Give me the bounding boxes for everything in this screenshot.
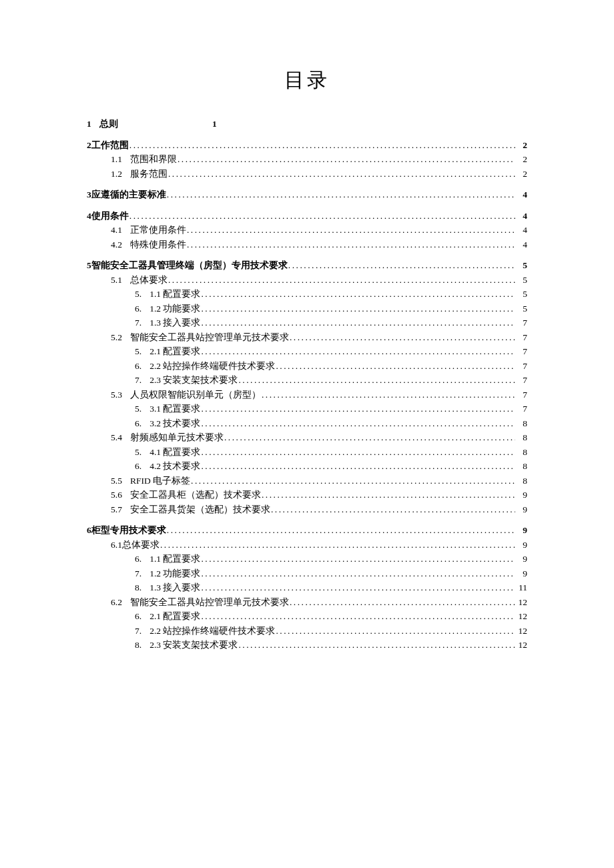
toc-text: 总则 <box>99 119 118 129</box>
toc-text: 安全工器具柜（选配）技术要求 <box>130 490 261 500</box>
toc-page: 7 <box>515 404 527 414</box>
toc-page: 7 <box>515 333 527 342</box>
toc-text: RFID 电子标签 <box>130 476 190 486</box>
toc-entry: 6.4.2 技术要求 8 <box>87 462 527 471</box>
toc-text: 正常使用条件 <box>130 226 186 235</box>
toc-number: 7. <box>135 626 141 636</box>
toc-number: 8. <box>135 583 141 592</box>
toc-number: 5 <box>87 261 91 270</box>
toc-number: 5.6 <box>111 490 122 500</box>
toc-text: 人员权限智能识别单元（房型） <box>130 390 261 400</box>
toc-number: 2 <box>87 141 91 150</box>
toc-leader <box>238 376 515 385</box>
toc-text: 1.2 功能要求 <box>149 304 200 314</box>
toc-leader <box>289 333 515 342</box>
toc-leader <box>200 612 515 621</box>
toc-number: 8. <box>135 640 141 650</box>
toc-entry: 4.2特殊使用条件4 <box>87 240 527 250</box>
toc-entry: 2工作范围2 <box>87 141 527 150</box>
toc-number: 5. <box>135 347 141 356</box>
toc-page: 9 <box>515 569 527 578</box>
toc-entry: 5.3.1 配置要求 7 <box>87 404 527 414</box>
toc-page: 2 <box>515 169 527 179</box>
toc-text: 4.2 技术要求 <box>149 462 200 471</box>
toc-leader <box>177 155 515 164</box>
toc-number: 5. <box>135 404 141 414</box>
toc-page: 7 <box>515 318 527 328</box>
toc-entry: 4使用条件4 <box>87 211 527 221</box>
toc-entry: 6柜型专用技术要求9 <box>87 526 527 535</box>
toc-leader <box>190 476 515 486</box>
toc-text: 总体要求 <box>122 540 160 550</box>
toc-leader <box>200 554 515 564</box>
toc-text: 射频感知单元技术要求 <box>130 433 224 442</box>
toc-entry: 1.1范围和界限2 <box>87 155 527 164</box>
toc-text: 使用条件 <box>91 211 129 221</box>
toc-leader <box>129 141 515 150</box>
toc-number: 6. <box>135 462 141 471</box>
toc-leader <box>168 276 515 285</box>
toc-text: 智能安全工器具管理终端（房型）专用技术要求 <box>91 261 288 270</box>
table-of-contents: 1总则12工作范围21.1范围和界限21.2服务范围23应遵循的主要标准44使用… <box>87 119 527 650</box>
toc-number: 6. <box>135 362 141 371</box>
toc-leader <box>200 419 515 428</box>
toc-entry: 5.6安全工器具柜（选配）技术要求9 <box>87 490 527 500</box>
toc-text: 智能安全工器具站控管理单元技术要求 <box>130 333 289 342</box>
toc-text: 2.3 安装支架技术要求 <box>149 376 238 385</box>
toc-entry: 5.2智能安全工器具站控管理单元技术要求7 <box>87 333 527 342</box>
toc-page: 9 <box>515 505 527 514</box>
toc-entry: 1.2服务范围2 <box>87 169 527 179</box>
toc-leader <box>160 540 515 550</box>
toc-number: 5.7 <box>111 505 122 514</box>
toc-page: 7 <box>515 347 527 356</box>
toc-entry: 6.2智能安全工器具站控管理单元技术要求12 <box>87 598 527 607</box>
toc-text: 2.1 配置要求 <box>149 612 200 621</box>
toc-leader <box>200 569 515 578</box>
toc-entry: 7.2.2 站控操作终端硬件技术要求 12 <box>87 626 527 636</box>
toc-number: 5. <box>135 290 141 299</box>
toc-number: 6.1 <box>111 540 122 550</box>
toc-entry: 5.4射频感知单元技术要求8 <box>87 433 527 442</box>
toc-text: 工作范围 <box>91 141 129 150</box>
toc-leader <box>200 290 515 299</box>
toc-number: 5.2 <box>111 333 122 342</box>
toc-text: 智能安全工器具站控管理单元技术要求 <box>130 598 289 607</box>
toc-leader <box>200 318 515 328</box>
toc-entry: 8.2.3 安装支架技术要求 12 <box>87 640 527 650</box>
toc-entry: 4.1正常使用条件4 <box>87 226 527 235</box>
toc-entry: 1总则1 <box>87 119 527 129</box>
toc-page: 8 <box>515 419 527 428</box>
toc-entry: 7.1.2 功能要求 9 <box>87 569 527 578</box>
toc-text: 4.1 配置要求 <box>149 448 200 457</box>
toc-leader <box>200 462 515 471</box>
toc-leader <box>129 211 515 221</box>
toc-entry: 5.5RFID 电子标签 8 <box>87 476 527 486</box>
toc-page: 7 <box>515 390 527 400</box>
toc-leader <box>238 640 515 650</box>
toc-text: 1.2 功能要求 <box>149 569 200 578</box>
toc-page: 9 <box>515 526 527 535</box>
toc-number: 4 <box>87 211 91 221</box>
toc-number: 4.2 <box>111 240 122 250</box>
toc-number: 5.4 <box>111 433 122 442</box>
toc-entry: 7.1.3 接入要求 7 <box>87 318 527 328</box>
toc-page: 4 <box>515 226 527 235</box>
toc-page: 8 <box>515 433 527 442</box>
toc-leader <box>224 433 515 442</box>
toc-leader <box>275 626 515 636</box>
toc-leader <box>275 362 515 371</box>
toc-entry: 6.1.1 配置要求 9 <box>87 554 527 564</box>
toc-entry: 8.1.3 接入要求 11 <box>87 583 527 592</box>
toc-page: 9 <box>515 540 527 550</box>
toc-leader <box>200 304 515 314</box>
toc-page: 7 <box>515 362 527 371</box>
toc-number: 6. <box>135 612 141 621</box>
toc-leader <box>200 347 515 356</box>
toc-page: 2 <box>515 141 527 150</box>
toc-page: 4 <box>515 240 527 250</box>
toc-number: 7. <box>135 376 141 385</box>
toc-page: 4 <box>515 211 527 221</box>
toc-entry: 6.2.1 配置要求 12 <box>87 612 527 621</box>
toc-leader <box>261 390 515 400</box>
toc-number: 1.1 <box>111 155 122 164</box>
